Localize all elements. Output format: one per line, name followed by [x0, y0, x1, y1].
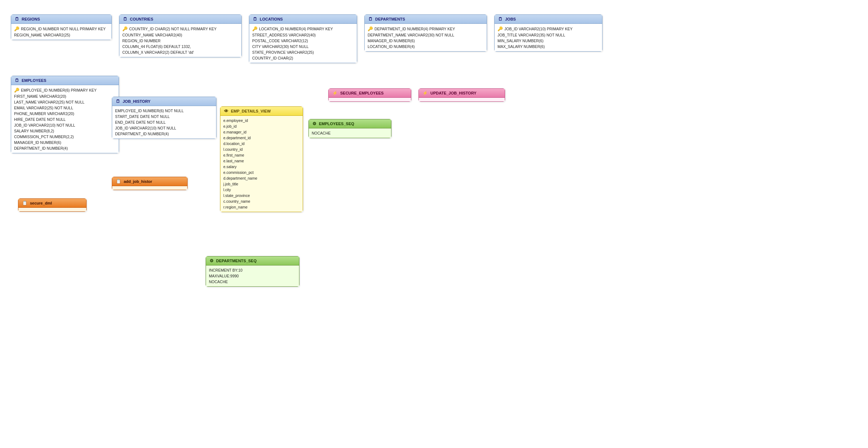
field-row: NOCACHE: [209, 279, 296, 285]
field-row: e.department_id: [223, 135, 300, 141]
field-row: d.department_name: [223, 175, 300, 181]
field-row: REGION_NAME VARCHAR2(25): [14, 32, 109, 38]
sequence-title-departments-seq: DEPARTMENTS_SEQ: [216, 259, 257, 263]
trigger-secure-employees[interactable]: ⚡ SECURE_EMPLOYEES: [328, 88, 411, 102]
pk-icon: 🔑: [497, 26, 503, 31]
procedure-title-add-job-histor: add_job_histor: [124, 179, 152, 184]
field-row: e.first_name: [223, 152, 300, 158]
field-row: l.city: [223, 187, 300, 193]
field-row: HIRE_DATE DATE NOT NULL: [14, 117, 116, 122]
field-row: CITY VARCHAR2(30) NOT NULL: [252, 44, 354, 49]
pk-icon: 🔑: [122, 26, 128, 31]
field-row: STREET_ADDRESS VARCHAR2(40): [252, 32, 354, 38]
table-icon-countries: 🗒: [123, 17, 127, 22]
field-row: e.last_name: [223, 158, 300, 164]
field-row: INCREMENT BY:10: [209, 267, 296, 273]
table-countries[interactable]: 🗒 COUNTRIES 🔑 COUNTRY_ID CHAR(2) NOT NUL…: [119, 14, 242, 57]
field-row: c.country_name: [223, 198, 300, 204]
field-row: j.job_title: [223, 181, 300, 187]
field-row: LOCATION_ID NUMBER(4): [368, 44, 484, 49]
table-jobs[interactable]: 🗒 JOBS 🔑 JOB_ID VARCHAR2(10) PRIMARY KEY…: [494, 14, 602, 52]
field-row: MAX_SALARY NUMBER(6): [497, 44, 599, 49]
table-employees[interactable]: 🗒 EMPLOYEES 🔑 EMPLOYEE_ID NUMBER(6) PRIM…: [11, 76, 119, 153]
table-job-history[interactable]: 🗒 JOB_HISTORY EMPLOYEE_ID NUMBER(6) NOT …: [112, 97, 216, 139]
table-title-departments: DEPARTMENTS: [375, 17, 405, 21]
table-icon-departments: 🗒: [368, 17, 373, 22]
sequence-icon-departments-seq: ⚙: [210, 258, 214, 263]
field-row: JOB_ID VARCHAR2(10) NOT NULL: [14, 122, 116, 128]
table-icon-job-history: 🗒: [116, 99, 120, 104]
procedure-icon-add-job-histor: 📋: [116, 179, 121, 184]
field-row: 🔑 REGION_ID NUMBER NOT NULL PRIMARY KEY: [14, 26, 109, 32]
field-row: e.commission_pct: [223, 170, 300, 175]
sequence-icon-employees-seq: ⚙: [312, 121, 316, 126]
field-row: 🔑 EMPLOYEE_ID NUMBER(6) PRIMARY KEY: [14, 87, 116, 93]
field-row: START_DATE DATE NOT NULL: [115, 114, 213, 119]
field-row: JOB_TITLE VARCHAR2(35) NOT NULL: [497, 32, 599, 38]
trigger-icon-secure-employees: ⚡: [332, 91, 338, 96]
table-title-countries: COUNTRIES: [130, 17, 153, 21]
field-row: MIN_SALARY NUMBER(6): [497, 38, 599, 44]
field-row: MAXVALUE:9990: [209, 273, 296, 279]
procedure-secure-dml[interactable]: 📋 secure_dml: [18, 198, 87, 212]
field-row: DEPARTMENT_NAME VARCHAR2(30) NOT NULL: [368, 32, 484, 38]
sequence-employees-seq[interactable]: ⚙ EMPLOYEES_SEQ NOCACHE: [308, 119, 391, 138]
field-row: EMPLOYEE_ID NUMBER(6) NOT NULL: [115, 108, 213, 114]
pk-icon: 🔑: [252, 26, 258, 31]
table-icon-locations: 🗒: [253, 17, 257, 22]
table-title-job-history: JOB_HISTORY: [123, 99, 150, 104]
field-row: EMAIL VARCHAR2(25) NOT NULL: [14, 105, 116, 111]
field-row: r.region_name: [223, 204, 300, 210]
field-row: FIRST_NAME VARCHAR2(20): [14, 93, 116, 99]
table-title-regions: REGIONS: [22, 17, 40, 21]
trigger-title-secure-employees: SECURE_EMPLOYEES: [340, 91, 383, 95]
table-locations[interactable]: 🗒 LOCATIONS 🔑 LOCATION_ID NUMBER(4) PRIM…: [249, 14, 357, 63]
field-row: e.manager_id: [223, 129, 300, 135]
table-title-locations: LOCATIONS: [260, 17, 283, 21]
field-row: e.employee_id: [223, 118, 300, 123]
trigger-title-update-job-history: UPDATE_JOB_HISTORY: [430, 91, 477, 95]
field-row: POSTAL_CODE VARCHAR2(12): [252, 38, 354, 44]
pk-icon: 🔑: [14, 88, 19, 93]
pk-icon: 🔑: [14, 26, 19, 31]
sequence-departments-seq[interactable]: ⚙ DEPARTMENTS_SEQ INCREMENT BY:10 MAXVAL…: [206, 256, 299, 287]
field-row: 🔑 COUNTRY_ID CHAR(2) NOT NULL PRIMARY KE…: [122, 26, 238, 32]
procedure-title-secure-dml: secure_dml: [30, 201, 52, 205]
field-row: COUNTRY_NAME VARCHAR2(40): [122, 32, 238, 38]
trigger-icon-update-job-history: ⚡: [422, 91, 428, 96]
trigger-update-job-history[interactable]: ⚡ UPDATE_JOB_HISTORY: [418, 88, 505, 102]
field-row: 🔑 DEPARTMENT_ID NUMBER(4) PRIMARY KEY: [368, 26, 484, 32]
field-row: JOB_ID VARCHAR2(10) NOT NULL: [115, 125, 213, 131]
field-row: 🔑 JOB_ID VARCHAR2(10) PRIMARY KEY: [497, 26, 599, 32]
table-icon-jobs: 🗒: [498, 17, 503, 22]
field-row: MANAGER_ID NUMBER(6): [14, 140, 116, 145]
view-icon-emp-details: 👁: [224, 109, 228, 114]
field-row: l.state_province: [223, 193, 300, 198]
field-row: COMMISSION_PCT NUMBER(2,2): [14, 134, 116, 140]
procedure-icon-secure-dml: 📋: [22, 201, 27, 206]
field-row: PHONE_NUMBER VARCHAR2(20): [14, 111, 116, 117]
field-row: REGION_ID NUMBER: [122, 38, 238, 44]
field-row: LAST_NAME VARCHAR2(25) NOT NULL: [14, 99, 116, 105]
field-row: COUNTRY_ID CHAR(2): [252, 55, 354, 61]
field-row: NOCACHE: [312, 130, 388, 136]
field-row: DEPARTMENT_ID NUMBER(4): [115, 131, 213, 137]
field-row: DEPARTMENT_ID NUMBER(4): [14, 145, 116, 151]
table-regions[interactable]: 🗒 REGIONS 🔑 REGION_ID NUMBER NOT NULL PR…: [11, 14, 112, 40]
field-row: d.location_id: [223, 141, 300, 146]
view-title-emp-details: EMP_DETAILS_VIEW: [231, 109, 271, 113]
table-icon-employees: 🗒: [15, 78, 19, 83]
table-title-employees: EMPLOYEES: [22, 78, 46, 83]
field-row: MANAGER_ID NUMBER(6): [368, 38, 484, 44]
view-emp-details[interactable]: 👁 EMP_DETAILS_VIEW e.employee_id e.job_i…: [220, 106, 303, 212]
field-row: COLUMN_X VARCHAR2(2) DEFAULT 'dd': [122, 49, 238, 55]
field-row: e.job_id: [223, 123, 300, 129]
field-row: l.country_id: [223, 146, 300, 152]
sequence-title-employees-seq: EMPLOYEES_SEQ: [319, 122, 354, 126]
field-row: STATE_PROVINCE VARCHAR2(25): [252, 49, 354, 55]
diagram-canvas: 🗒 REGIONS 🔑 REGION_ID NUMBER NOT NULL PR…: [0, 0, 868, 448]
table-departments[interactable]: 🗒 DEPARTMENTS 🔑 DEPARTMENT_ID NUMBER(4) …: [364, 14, 487, 52]
field-row: COLUMN_44 FLOAT(6) DEFAULT 1332,: [122, 44, 238, 49]
procedure-add-job-histor[interactable]: 📋 add_job_histor: [112, 177, 188, 190]
pk-icon: 🔑: [368, 26, 373, 31]
